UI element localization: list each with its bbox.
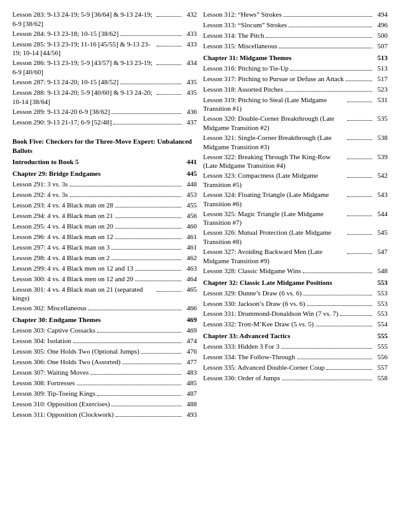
lesson-entry: Lesson 328: Classic Midgame Wins548 [203,266,388,276]
lesson-page: 545 [374,228,388,238]
lesson-label: Lesson 313: “Slocum” Strokes [203,20,287,30]
lesson-entry: Lesson 283: 9-13 24-19; 5-9 [36/64] & 9-… [12,10,197,28]
lesson-page: 553 [374,309,388,319]
lesson-page: 448 [183,180,197,190]
lesson-label: Lesson 328: Classic Midgame Wins [203,266,301,276]
lesson-page: 517 [374,74,388,84]
lesson-label: Lesson 319: Pitching to Steal (Late Midg… [203,95,346,114]
lesson-entry: Lesson 307: Waiting Moves483 [12,368,197,378]
lesson-entry: Lesson 316: Pitching to Tie-Up513 [203,64,388,74]
lesson-label: Lesson 292: 4 vs. 3s [12,190,68,199]
lesson-label: Lesson 288: 9-13 24-20; 5-9 [40/60] & 9-… [12,88,155,107]
right-column: Lesson 312: “Hews” Strokes494Lesson 313:… [203,10,388,421]
lesson-label: Lesson 296: 4 vs. 4 Black man on 12 [12,232,113,242]
dot-fill [157,11,181,17]
lesson-label: Lesson 285: 9-13 23-19; 11-16 [45/55] & … [12,40,155,58]
dot-fill [115,212,181,218]
dot-fill [73,338,181,343]
dot-fill [120,79,181,84]
lesson-entry: Lesson 335: Advanced Double-Corner Coup5… [203,363,388,373]
dot-fill [115,202,181,207]
lesson-entry: Lesson 314: The Pitch500 [203,31,388,41]
dot-fill [266,32,372,38]
lesson-entry: Lesson 298: 4 vs. 4 Black man on 2462 [12,253,197,263]
chapter-label: Chapter 31: Midgame Themes [203,53,292,63]
lesson-page: 455 [183,201,197,211]
lesson-entry: Lesson 291: 3 vs. 3s448 [12,180,197,190]
lesson-entry: Lesson 288: 9-13 24-20; 5-9 [40/60] & 9-… [12,88,197,107]
lesson-label: Lesson 300: 4 vs. 4 Black men on 12 and … [12,274,133,284]
lesson-entry: Lesson 309: Tip-Toeing Kings487 [12,389,197,399]
dot-fill [346,76,372,81]
lesson-entry: Lesson 296: 4 vs. 4 Black man on 12461 [12,232,197,242]
chapter-entry: Chapter 29: Bridge Endgames445 [12,169,197,179]
chapter-label: Chapter 30: Endgame Themes [12,315,101,325]
lesson-label: Lesson 325: Magic Triangle (Late Midgame… [203,209,346,228]
dot-fill [289,22,372,27]
lesson-entry: Lesson 332: Trott-M’Kee Draw (5 vs. 5)55… [203,320,388,329]
lesson-label: Lesson 318: Assorted Pitches [203,85,283,94]
lesson-entry: Lesson 317: Pitching to Pursue or Defuse… [203,74,388,84]
lesson-entry: Lesson 320: Double-Corner Breakthrough (… [203,114,388,133]
lesson-entry: Lesson 306: One Holds Two (Assorted)477 [12,357,197,367]
lesson-label: Lesson 290: 9-13 21-17; 6-9 [52/48] [12,118,111,127]
lesson-label: Lesson 301: 4 vs. 4 Black man on 21 (sep… [12,285,155,303]
lesson-label: Lesson 330: Jackson’s Draw (6 vs. 6) [203,299,305,308]
dot-fill [282,375,372,380]
chapter-label: Chapter 33: Advanced Tactics [203,331,290,341]
lesson-label: Lesson 334: The Follow-Through [203,352,295,362]
lesson-page: 523 [374,85,388,95]
lesson-page: 556 [374,352,388,362]
dot-fill [347,154,372,159]
dot-fill [347,97,372,102]
lesson-entry: Lesson 329: Dunne’s Draw (6 vs. 6)553 [203,289,388,299]
lesson-page: 548 [374,266,388,276]
lesson-label: Lesson 286: 9-13 23-19; 5-9 [43/57] & 9-… [12,58,155,77]
lesson-entry: Lesson 327: Avoiding Backward Men (Late … [203,247,388,266]
dot-fill [111,401,181,406]
dot-fill [326,364,372,370]
lesson-entry: Lesson 303: Captive Cossacks469 [12,326,197,336]
lesson-page: 474 [183,336,197,346]
dot-fill [111,255,181,260]
lesson-page: 436 [183,107,197,117]
chapter-entry: Chapter 32: Classic Late Midgame Positio… [203,278,388,288]
lesson-entry: Lesson 299: 4 vs. 4 Black men on 12 and … [12,264,197,274]
lesson-label: Lesson 324: Floating Triangle (Late Midg… [203,190,346,209]
lesson-page: 500 [374,31,388,41]
lesson-page: 464 [183,274,197,284]
lesson-label: Lesson 329: Dunne’s Draw (6 vs. 6) [203,289,302,298]
lesson-page: 453 [183,190,197,200]
lesson-label: Lesson 284: 9-13 23-18; 10-15 [38/62] [12,29,118,38]
lesson-label: Lesson 289: 9-13 24-20 6-9 [38/62] [12,107,110,116]
lesson-label: Lesson 298: 4 vs. 4 Black man on 2 [12,253,110,263]
lesson-entry: Lesson 308: Fortresses485 [12,378,197,388]
chapter-page: 553 [370,278,388,288]
lesson-page: 433 [183,29,197,39]
lesson-entry: Lesson 290: 9-13 21-17; 6-9 [52/48]437 [12,118,197,128]
lesson-page: 461 [183,232,197,242]
chapter-entry: Chapter 31: Midgame Themes513 [203,53,388,63]
lesson-page: 507 [374,41,388,51]
lesson-entry: Lesson 326: Mutual Protection (Late Midg… [203,228,388,246]
lesson-page: 483 [183,368,197,378]
lesson-page: 434 [183,58,197,68]
lesson-label: Lesson 336: Order of Jumps [203,373,280,383]
lesson-label: Lesson 304: Isolation [12,336,71,346]
dot-fill [157,286,181,292]
lesson-label: Lesson 303: Captive Cossacks [12,326,95,335]
dot-fill [157,89,181,95]
lesson-page: 488 [183,399,197,409]
lesson-entry: Lesson 311: Opposition (Clockwork)493 [12,410,197,420]
lesson-label: Lesson 308: Fortresses [12,378,75,388]
lesson-page: 547 [374,247,388,257]
dot-fill [340,310,372,316]
lesson-page: 513 [374,64,388,74]
lesson-entry: Lesson 330: Jackson’s Draw (6 vs. 6)553 [203,299,388,309]
dot-fill [285,86,372,92]
lesson-label: Lesson 305: One Holds Two (Optional Jump… [12,347,139,356]
lesson-page: 539 [374,152,388,162]
lesson-label: Lesson 315: Miscellaneous [203,41,277,51]
lesson-page: 555 [374,342,388,352]
lesson-page: 476 [183,347,197,357]
